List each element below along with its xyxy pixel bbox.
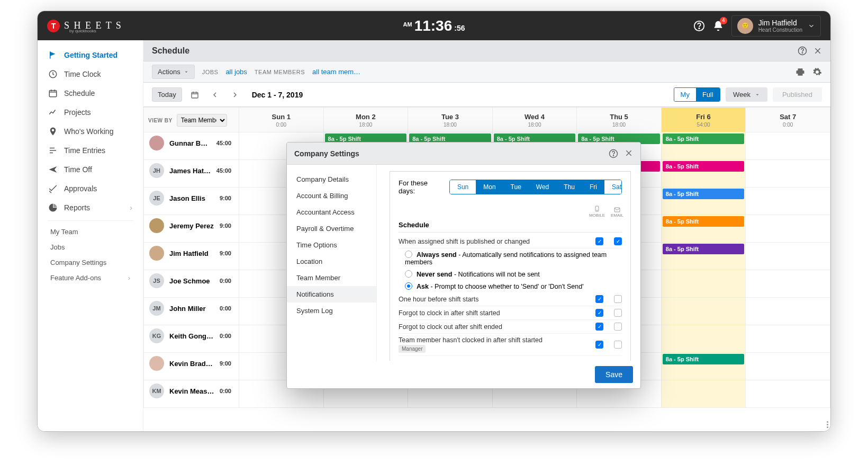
help-icon[interactable] [609,149,618,158]
schedule-cell[interactable] [746,215,830,243]
modal-nav-notifications[interactable]: Notifications [287,286,376,302]
checkbox-email[interactable] [614,323,622,331]
shift-block[interactable]: 8a - 5p Shift [663,161,745,172]
day-mon[interactable]: Mon [476,180,503,194]
modal-nav-payroll-overtime[interactable]: Payroll & Overtime [287,220,376,237]
schedule-cell[interactable] [661,270,746,298]
bell-icon[interactable]: 4 [712,20,724,32]
checkbox-email[interactable] [614,237,622,245]
modal-nav-time-options[interactable]: Time Options [287,237,376,253]
close-icon[interactable] [625,149,633,158]
radio-never[interactable] [405,270,412,278]
help-icon[interactable] [798,46,807,56]
member-row[interactable]: Jim Hatfield9:00 [144,243,239,264]
shift-block[interactable]: 8a - 5p Shift [663,354,745,364]
shift-block[interactable]: 8a - 5p Shift [663,216,745,227]
teammembers-filter[interactable]: all team mem… [312,68,360,76]
member-row[interactable]: Kevin Bradley9:00 [144,353,239,374]
nav-reports[interactable]: Reports› [38,198,143,217]
subnav-jobs[interactable]: Jobs [38,239,143,255]
schedule-cell[interactable]: 8a - 5p Shift [661,160,746,188]
day-header[interactable]: Fri 654:00 [661,108,746,132]
day-sun[interactable]: Sun [450,180,476,194]
checkbox-mobile[interactable] [595,323,603,331]
shift-block[interactable]: 8a - 5p Shift [663,244,745,254]
nav-who's-working[interactable]: Who's Working [38,122,143,141]
radio-always[interactable] [405,251,412,258]
nav-approvals[interactable]: Approvals [38,179,143,198]
my-full-toggle[interactable]: My Full [674,87,720,102]
day-header[interactable]: Sun 10:00 [239,108,324,132]
day-fri[interactable]: Fri [582,180,604,194]
day-header[interactable]: Tue 318:00 [408,108,493,132]
schedule-cell[interactable] [661,380,746,408]
schedule-cell[interactable] [746,188,830,215]
member-row[interactable]: KGKeith Gongora0:00 [144,325,239,346]
checkbox-mobile[interactable] [595,309,603,317]
prev-icon[interactable] [207,87,222,102]
seg-full[interactable]: Full [696,88,720,101]
nav-time-off[interactable]: Time Off [38,160,143,179]
week-select[interactable]: Week [726,87,767,102]
day-tue[interactable]: Tue [503,180,529,194]
jobs-filter[interactable]: all jobs [225,68,247,76]
user-menu[interactable]: 🙂 Jim Hatfield Heart Construction [731,15,821,37]
nav-time-entries[interactable]: Time Entries [38,141,143,160]
checkbox-mobile[interactable] [595,341,603,349]
member-row[interactable]: Gunnar Bauch45:00 [144,132,239,154]
schedule-cell[interactable] [746,380,830,408]
modal-nav-company-details[interactable]: Company Details [287,171,376,188]
schedule-cell[interactable]: 8a - 5p Shift [661,132,746,160]
day-header[interactable]: Thu 518:00 [577,108,662,132]
print-icon[interactable] [795,67,805,77]
member-row[interactable]: JMJohn Miller0:00 [144,298,239,319]
checkbox-mobile[interactable] [595,295,603,303]
resize-handle-icon[interactable] [827,421,828,428]
schedule-cell[interactable]: 8a - 5p Shift [661,353,746,380]
schedule-cell[interactable]: 8a - 5p Shift [661,243,746,270]
checkbox-email[interactable] [614,295,622,303]
member-row[interactable]: JSJoe Schmoe0:00 [144,270,239,291]
shift-block[interactable]: 8a - 5p Shift [663,189,745,199]
modal-nav-team-member[interactable]: Team Member [287,270,376,286]
schedule-cell[interactable] [746,132,830,160]
member-row[interactable]: JHJames Hatfield45:00 [144,160,239,181]
subnav-my-team[interactable]: My Team [38,224,143,239]
modal-nav-system-log[interactable]: System Log [287,302,376,319]
seg-my[interactable]: My [674,88,696,101]
checkbox-email[interactable] [614,309,622,317]
help-icon[interactable] [693,20,705,32]
actions-button[interactable]: Actions [152,65,195,79]
nav-schedule[interactable]: Schedule [38,84,143,103]
schedule-cell[interactable] [746,353,830,380]
radio-ask[interactable] [405,282,412,290]
schedule-cell[interactable] [746,298,830,325]
nav-time-clock[interactable]: Time Clock [38,65,143,84]
schedule-cell[interactable] [746,160,830,188]
member-row[interactable]: JEJason Ellis9:00 [144,188,239,209]
checkbox-email[interactable] [614,341,622,349]
day-header[interactable]: Mon 218:00 [323,108,408,132]
viewby-select[interactable]: Team Member [177,114,227,127]
schedule-cell[interactable]: 8a - 5p Shift [661,188,746,215]
day-wed[interactable]: Wed [529,180,556,194]
day-thu[interactable]: Thu [556,180,582,194]
modal-nav-accountant-access[interactable]: Accountant Access [287,204,376,220]
checkbox-mobile[interactable] [595,237,603,245]
today-button[interactable]: Today [152,87,182,102]
schedule-cell[interactable] [661,298,746,325]
modal-content[interactable]: For these days: SunMonTueWedThuFriSat MO… [377,165,640,361]
next-icon[interactable] [228,87,242,102]
nav-projects[interactable]: Projects [38,103,143,122]
member-row[interactable]: Jeremy Perez9:00 [144,215,239,236]
day-header[interactable]: Sat 70:00 [746,108,830,132]
day-header[interactable]: Wed 418:00 [492,108,577,132]
member-row[interactable]: KMKevin Measom0:00 [144,380,239,402]
day-sat[interactable]: Sat [604,180,622,194]
subnav-feature-add-ons[interactable]: Feature Add-ons› [38,270,143,286]
modal-nav-location[interactable]: Location [287,253,376,270]
nav-getting-started[interactable]: Getting Started [38,46,143,65]
schedule-cell[interactable] [661,325,746,353]
shift-block[interactable]: 8a - 5p Shift [663,133,745,144]
gear-icon[interactable] [812,67,822,77]
